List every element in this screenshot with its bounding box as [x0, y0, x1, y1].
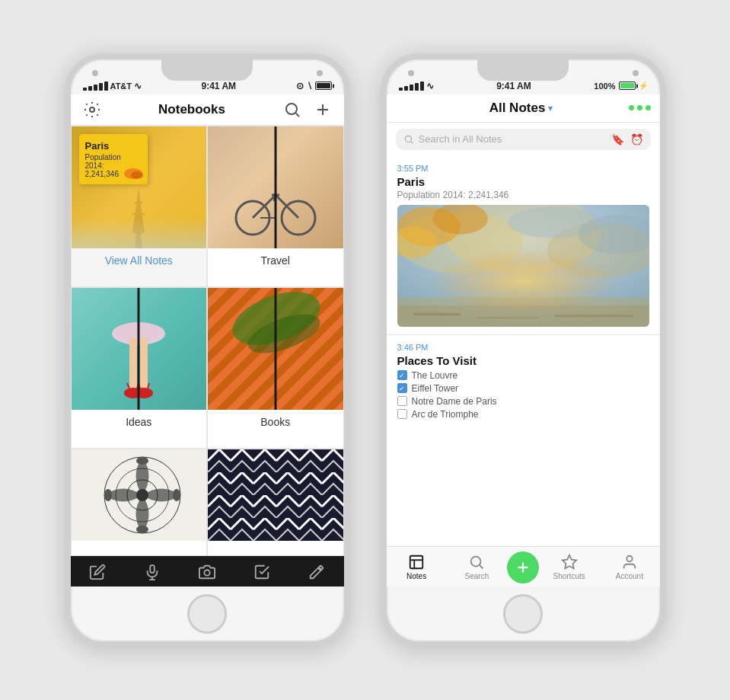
search-bar[interactable]: Search in All Notes 🔖 ⏰: [396, 129, 651, 150]
tab-search[interactable]: Search: [447, 554, 507, 580]
speaker-slot: [188, 70, 226, 76]
notes-title-area[interactable]: All Notes ▾: [489, 101, 553, 116]
notebook-label-ideas: Ideas: [72, 410, 207, 434]
doodle-bg: [72, 449, 207, 541]
account-tab-icon: [621, 554, 638, 571]
note-image-paris: [397, 205, 649, 327]
checkbox-arc[interactable]: [397, 409, 407, 419]
tab-edit-icon[interactable]: [89, 564, 106, 580]
status-bar-2: ∿ 9:41 AM 100% ⚡: [387, 79, 660, 94]
add-notebook-icon[interactable]: [314, 101, 332, 119]
clock-label-2: 9:41 AM: [496, 81, 531, 91]
speaker-dot-left: [92, 70, 98, 76]
check-label-eiffel: Eiffel Tower: [412, 383, 459, 394]
battery-fill: [317, 83, 330, 88]
speaker-slot-2: [504, 70, 542, 76]
check-item-notre-dame: Notre Dame de Paris: [397, 396, 649, 407]
ideas-bg: [72, 288, 207, 410]
add-note-button[interactable]: [507, 551, 539, 583]
tab-add[interactable]: [507, 551, 539, 583]
allnotes-screen: All Notes ▾ Search in All Notes 🔖 ⏰: [387, 94, 660, 587]
checkbox-notre-dame[interactable]: [397, 396, 407, 406]
notebook-label-all-notes: View All Notes: [72, 248, 207, 273]
notebook-item-ideas[interactable]: Ideas: [71, 287, 208, 449]
note-item-paris[interactable]: 3:55 PM Paris Population 2014: 2,241,346: [387, 156, 660, 335]
notebook-label-travel: Travel: [208, 248, 343, 273]
notebook-label-books: Books: [208, 410, 343, 434]
notes-tab-icon: [408, 554, 425, 571]
notebooks-navbar: Notebooks: [71, 94, 344, 126]
svg-marker-71: [562, 555, 575, 568]
carrier-label: AT&T: [110, 82, 132, 91]
svg-point-39: [104, 489, 112, 501]
signal-bars-2: [399, 82, 424, 91]
check-label-louvre: The Louvre: [412, 370, 458, 381]
paris-card-title: Paris: [85, 140, 142, 152]
tab-sketch-icon[interactable]: [308, 564, 325, 580]
svg-point-1: [286, 104, 297, 114]
settings-icon[interactable]: [83, 101, 101, 119]
tab-notes-label: Notes: [406, 572, 426, 580]
check-item-louvre: The Louvre: [397, 370, 649, 381]
notebook-item-all-notes[interactable]: Paris Population 2014:2,241,346 View All…: [71, 126, 208, 287]
svg-line-48: [410, 141, 413, 143]
paris-bg: Paris Population 2014:2,241,346: [72, 126, 207, 248]
nav-icons: [283, 101, 332, 119]
svg-point-9: [131, 171, 143, 179]
svg-line-12: [253, 195, 276, 218]
tab-bar-phone1: [71, 556, 344, 587]
more-options-button[interactable]: [629, 105, 651, 110]
tab-account[interactable]: Account: [599, 554, 659, 580]
tab-checkbox-icon[interactable]: [253, 564, 270, 580]
tab-shortcuts[interactable]: Shortcuts: [539, 554, 599, 580]
search-icon[interactable]: [283, 101, 301, 119]
travel-spine: [274, 126, 276, 248]
notebook-item-books[interactable]: Books: [207, 287, 344, 449]
wifi-icon-2: ∿: [426, 81, 434, 91]
svg-line-24: [127, 383, 129, 388]
battery-percent-label: 100%: [594, 82, 615, 91]
notebook-item-travel[interactable]: Travel: [207, 126, 344, 287]
phone-allnotes: ∿ 9:41 AM 100% ⚡ All Notes ▾: [381, 53, 666, 647]
allnotes-navbar: All Notes ▾: [387, 94, 660, 123]
svg-point-47: [405, 136, 411, 142]
notebook-item-doodle[interactable]: [71, 449, 208, 555]
status-right: ⊙ ∖: [296, 81, 332, 91]
tab-mic-icon[interactable]: [144, 564, 161, 580]
svg-line-2: [295, 113, 298, 116]
home-button-1[interactable]: [187, 594, 227, 634]
paris-card: Paris Population 2014:2,241,346: [79, 134, 148, 184]
ideas-spine: [138, 288, 140, 410]
phone-top-bar: [71, 59, 344, 79]
dot-1: [629, 105, 634, 110]
checkbox-eiffel[interactable]: [397, 383, 407, 393]
svg-line-27: [148, 383, 149, 388]
travel-bg: [208, 126, 343, 248]
alarm-icon[interactable]: ⏰: [630, 133, 643, 145]
svg-rect-43: [150, 564, 155, 572]
tab-shortcuts-label: Shortcuts: [553, 572, 585, 580]
note-item-places[interactable]: 3:46 PM Places To Visit The Louvre Eiffe…: [387, 335, 660, 430]
home-button-2[interactable]: [503, 594, 543, 634]
notebooks-grid: Paris Population 2014:2,241,346 View All…: [71, 126, 344, 556]
books-spine: [274, 288, 276, 410]
tab-camera-icon[interactable]: [199, 564, 215, 580]
checkbox-louvre[interactable]: [397, 370, 407, 380]
note-subtitle-paris: Population 2014: 2,241,346: [397, 190, 649, 200]
note-time-paris: 3:55 PM: [397, 164, 649, 173]
svg-point-72: [626, 556, 632, 561]
status-bar-1: AT&T ∿ 9:41 AM ⊙ ∖: [71, 79, 344, 94]
bookmark-icon[interactable]: 🔖: [611, 133, 624, 145]
svg-point-67: [471, 557, 481, 567]
signal-bar-5: [104, 82, 108, 91]
notebook-item-pattern[interactable]: [207, 449, 344, 555]
svg-point-37: [136, 457, 148, 465]
search-bar-actions: 🔖 ⏰: [611, 133, 643, 145]
svg-point-46: [204, 570, 209, 575]
tab-notes[interactable]: Notes: [387, 554, 447, 580]
dot-2: [637, 105, 642, 110]
svg-rect-64: [410, 556, 423, 569]
tab-bar-phone2: Notes Search: [387, 546, 660, 587]
check-label-arc: Arc de Triomphe: [412, 409, 479, 420]
target-icon: ⊙: [296, 81, 304, 91]
